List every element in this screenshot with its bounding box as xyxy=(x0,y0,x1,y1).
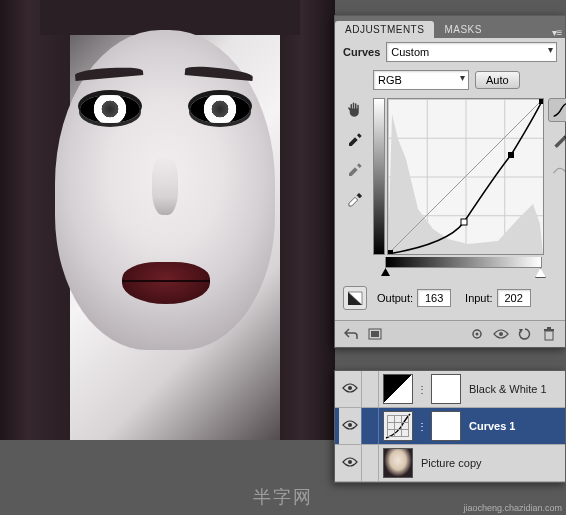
panel-tabs: ADJUSTMENTS MASKS ▾≡ xyxy=(335,16,565,38)
svg-rect-16 xyxy=(547,327,551,329)
return-arrow-icon[interactable] xyxy=(341,325,361,343)
svg-rect-15 xyxy=(544,329,554,331)
layer-row[interactable]: ⋮ Black & White 1 xyxy=(335,371,565,408)
layer-visibility-toggle[interactable] xyxy=(339,445,362,481)
output-field[interactable] xyxy=(417,289,451,307)
layer-name[interactable]: Black & White 1 xyxy=(469,383,547,395)
input-label: Input: xyxy=(465,292,493,304)
curve-lines xyxy=(388,99,543,254)
eyedropper-black-icon[interactable] xyxy=(343,128,367,152)
mask-thumbnail[interactable] xyxy=(431,374,461,404)
trash-icon[interactable] xyxy=(539,325,559,343)
auto-button[interactable]: Auto xyxy=(475,71,520,89)
eye-icon xyxy=(342,382,358,396)
layer-row[interactable]: Picture copy xyxy=(335,445,565,482)
svg-line-1 xyxy=(388,99,543,254)
svg-rect-5 xyxy=(539,99,543,104)
pencil-curve-icon[interactable] xyxy=(548,128,566,152)
mask-thumbnail[interactable] xyxy=(431,411,461,441)
input-field[interactable] xyxy=(497,289,531,307)
output-label: Output: xyxy=(377,292,413,304)
svg-point-18 xyxy=(348,423,352,427)
link-column xyxy=(366,445,379,481)
svg-rect-14 xyxy=(545,331,553,340)
panel-footer xyxy=(335,320,565,347)
output-gradient xyxy=(373,98,385,255)
nose xyxy=(152,155,178,215)
layer-name[interactable]: Curves 1 xyxy=(469,420,515,432)
smooth-curve-icon[interactable] xyxy=(548,158,566,182)
curve-mode-tools xyxy=(550,98,566,276)
svg-rect-4 xyxy=(388,250,393,254)
preset-select[interactable]: Custom xyxy=(386,42,557,62)
link-column xyxy=(366,371,379,407)
channel-value: RGB xyxy=(378,74,402,86)
layer-name[interactable]: Picture copy xyxy=(421,457,482,469)
curves-graph[interactable] xyxy=(387,98,544,255)
link-icon: ⋮ xyxy=(417,375,427,403)
svg-point-11 xyxy=(476,333,479,336)
input-sliders[interactable] xyxy=(385,268,542,276)
eye-icon xyxy=(342,456,358,470)
image-thumbnail[interactable] xyxy=(383,448,413,478)
toggle-expand-icon[interactable] xyxy=(365,325,385,343)
adjustments-panel: ADJUSTMENTS MASKS ▾≡ Curves Custom RGB A… xyxy=(334,15,566,348)
adjustment-title: Curves xyxy=(343,46,380,58)
clip-histogram-icon[interactable] xyxy=(343,286,367,310)
visibility-toggle-icon[interactable] xyxy=(491,325,511,343)
document-canvas[interactable] xyxy=(0,0,335,440)
layer-visibility-toggle[interactable] xyxy=(339,408,362,444)
white-point-slider[interactable] xyxy=(535,268,546,278)
reset-icon[interactable] xyxy=(515,325,535,343)
layers-panel: ⋮ Black & White 1 ⋮ Curves 1 Picture cop… xyxy=(334,370,566,483)
svg-point-17 xyxy=(348,386,352,390)
layer-visibility-toggle[interactable] xyxy=(339,371,362,407)
input-gradient xyxy=(385,257,542,268)
eyedropper-white-icon[interactable] xyxy=(343,188,367,212)
watermark-url: jiaocheng.chazidian.com xyxy=(463,503,562,513)
clip-to-layer-icon[interactable] xyxy=(467,325,487,343)
link-column xyxy=(366,408,379,444)
svg-rect-3 xyxy=(508,152,514,158)
layer-row[interactable]: ⋮ Curves 1 xyxy=(335,408,565,445)
point-curve-icon[interactable] xyxy=(548,98,566,122)
panel-menu-icon[interactable]: ▾≡ xyxy=(549,27,565,38)
adjustment-thumbnail[interactable] xyxy=(383,411,413,441)
svg-rect-9 xyxy=(371,331,379,337)
eye xyxy=(190,95,250,123)
svg-point-19 xyxy=(348,460,352,464)
channel-select[interactable]: RGB xyxy=(373,70,469,90)
tab-adjustments[interactable]: ADJUSTMENTS xyxy=(335,21,434,38)
hair-region xyxy=(280,0,335,440)
eye xyxy=(80,95,140,123)
eyedropper-gray-icon[interactable] xyxy=(343,158,367,182)
adjustment-thumbnail[interactable] xyxy=(383,374,413,404)
sampler-tools xyxy=(343,98,367,276)
lips xyxy=(122,262,210,304)
svg-rect-2 xyxy=(461,219,467,225)
eye-icon xyxy=(342,419,358,433)
link-icon: ⋮ xyxy=(417,412,427,440)
watermark: 半字网 xyxy=(253,485,313,509)
targeted-adjustment-icon[interactable] xyxy=(343,98,367,122)
tab-masks[interactable]: MASKS xyxy=(434,21,492,38)
preset-value: Custom xyxy=(391,46,429,58)
svg-point-12 xyxy=(499,332,503,336)
